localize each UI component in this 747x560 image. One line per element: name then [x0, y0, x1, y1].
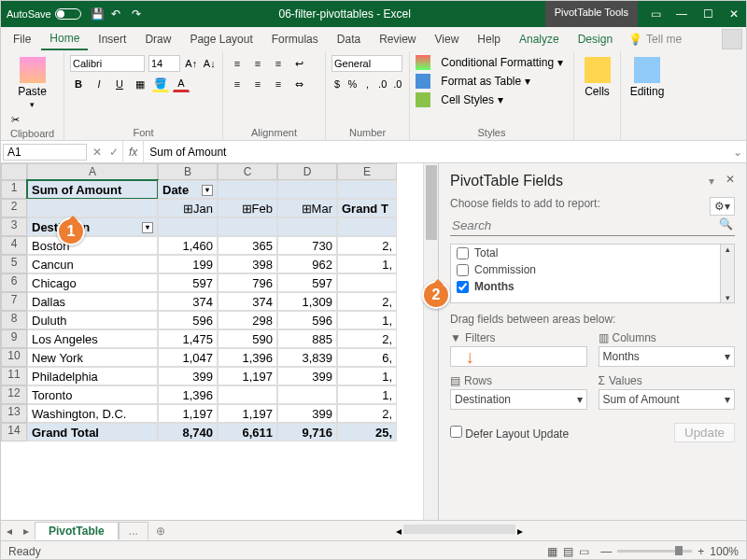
tab-draw[interactable]: Draw	[136, 29, 179, 49]
vertical-scrollbar[interactable]	[423, 163, 438, 520]
values-area-label: ΣValues	[599, 374, 736, 387]
tab-home[interactable]: Home	[41, 28, 88, 50]
zoom-slider[interactable]	[617, 550, 692, 553]
columns-dropzone[interactable]: Months▾	[599, 346, 736, 367]
tell-me[interactable]: 💡Tell me	[628, 33, 682, 46]
field-item-months[interactable]: Months	[451, 278, 734, 295]
name-box[interactable]	[3, 144, 87, 161]
bold-button[interactable]: B	[70, 76, 87, 92]
tab-file[interactable]: File	[5, 29, 39, 49]
decrease-decimal-icon[interactable]: .0	[392, 76, 403, 92]
share-button[interactable]	[722, 29, 742, 49]
pane-gear-icon[interactable]: ⚙▾	[710, 197, 735, 216]
worksheet[interactable]: ABCDE1Sum of AmountDate ▾2⊞Jan⊞Feb⊞MarGr…	[1, 163, 423, 520]
defer-checkbox[interactable]: Defer Layout Update	[450, 426, 569, 441]
update-button[interactable]: Update	[674, 423, 735, 442]
maximize-icon[interactable]: ☐	[701, 7, 714, 21]
cell-styles-button[interactable]: Cell Styles▾	[416, 92, 568, 107]
table-icon	[416, 74, 430, 89]
search-icon: 🔍	[719, 217, 733, 231]
tab-pagelayout[interactable]: Page Layout	[181, 29, 261, 49]
callout-2: 2	[422, 281, 450, 309]
align-top-icon[interactable]: ≡	[229, 55, 246, 72]
field-item-commission[interactable]: Commission	[451, 261, 734, 278]
formula-input[interactable]	[144, 145, 729, 160]
merge-center-icon[interactable]: ⇔	[290, 76, 307, 92]
number-format-combo[interactable]	[331, 55, 402, 72]
tab-nav-next[interactable]: ▸	[18, 525, 35, 538]
view-pagelayout-icon[interactable]: ▤	[563, 545, 573, 558]
view-pagebreak-icon[interactable]: ▭	[579, 545, 589, 558]
filters-area-label: ▼Filters	[450, 331, 587, 344]
paste-button[interactable]: Paste▾	[7, 55, 58, 111]
tab-design[interactable]: Design	[570, 29, 621, 49]
wrap-text-icon[interactable]: ↩	[290, 55, 307, 72]
new-sheet-button[interactable]: ⊕	[148, 523, 173, 539]
tab-view[interactable]: View	[427, 29, 468, 49]
tab-insert[interactable]: Insert	[90, 29, 134, 49]
pane-menu-icon[interactable]: ▾	[709, 175, 714, 188]
conditional-formatting-button[interactable]: Conditional Formatting▾	[416, 55, 568, 70]
zoom-in-button[interactable]: +	[698, 545, 704, 558]
columns-icon: ▥	[599, 331, 609, 344]
comma-icon[interactable]: ,	[361, 76, 373, 92]
undo-icon[interactable]: ↶	[111, 7, 124, 21]
field-list[interactable]: Total Commission Months ▴ ▾	[450, 244, 735, 303]
tab-nav-prev[interactable]: ◂	[1, 525, 18, 538]
fieldlist-scrollbar[interactable]: ▴ ▾	[720, 245, 734, 302]
format-as-table-button[interactable]: Format as Table▾	[416, 74, 568, 89]
tab-review[interactable]: Review	[371, 29, 424, 49]
rows-dropzone[interactable]: Destination▾	[450, 389, 587, 410]
expand-formula-icon[interactable]: ⌄	[729, 146, 746, 159]
align-left-icon[interactable]: ≡	[229, 76, 246, 92]
field-item-total[interactable]: Total	[451, 245, 734, 261]
enter-formula-icon[interactable]: ✓	[106, 146, 122, 159]
fx-button[interactable]: fx	[122, 141, 144, 162]
cancel-formula-icon[interactable]: ✕	[89, 146, 106, 159]
underline-button[interactable]: U	[111, 76, 128, 92]
italic-button[interactable]: I	[91, 76, 107, 92]
align-middle-icon[interactable]: ≡	[249, 55, 266, 72]
redo-icon[interactable]: ↷	[132, 7, 145, 21]
border-button[interactable]: ▦	[132, 76, 148, 92]
sheet-tab-more[interactable]: ...	[119, 522, 148, 539]
view-normal-icon[interactable]: ▦	[547, 545, 557, 558]
font-size-combo[interactable]	[148, 55, 180, 72]
autosave-toggle[interactable]: AutoSave	[7, 8, 81, 20]
editing-button[interactable]: Editing	[627, 55, 668, 100]
currency-icon[interactable]: $	[331, 76, 343, 92]
increase-decimal-icon[interactable]: .0	[377, 76, 388, 92]
align-bottom-icon[interactable]: ≡	[270, 55, 287, 72]
tab-help[interactable]: Help	[469, 29, 509, 49]
cells-button[interactable]: Cells	[580, 55, 614, 100]
group-number-label: Number	[331, 127, 403, 140]
align-right-icon[interactable]: ≡	[270, 76, 287, 92]
save-icon[interactable]: 💾	[91, 7, 104, 21]
font-name-combo[interactable]	[70, 55, 145, 72]
clipboard-icon	[20, 57, 46, 83]
tab-data[interactable]: Data	[329, 29, 369, 49]
zoom-out-button[interactable]: —	[600, 545, 612, 558]
minimize-icon[interactable]: —	[675, 7, 688, 21]
close-icon[interactable]: ✕	[727, 7, 740, 21]
increase-font-icon[interactable]: A↑	[184, 55, 199, 72]
align-center-icon[interactable]: ≡	[249, 76, 266, 92]
group-font-label: Font	[70, 127, 217, 140]
sheet-tab-pivottable[interactable]: PivotTable	[35, 522, 119, 539]
cut-icon[interactable]: ✂	[7, 111, 23, 128]
pane-close-icon[interactable]: ✕	[726, 173, 735, 186]
percent-icon[interactable]: %	[346, 76, 358, 92]
ribbon: Paste▾ ✂ Clipboard A↑ A↓ B I U ▦ 🪣 A Fon…	[1, 51, 746, 141]
pane-title: PivotTable Fields	[450, 173, 735, 189]
ribbon-options-icon[interactable]: ▭	[649, 7, 662, 21]
fill-color-button[interactable]: 🪣	[152, 76, 169, 92]
tab-formulas[interactable]: Formulas	[263, 29, 327, 49]
tab-analyze[interactable]: Analyze	[511, 29, 568, 49]
horizontal-scrollbar[interactable]: ◂▸	[173, 525, 746, 538]
field-search-input[interactable]	[450, 216, 735, 236]
pane-subtitle: Choose fields to add to report:	[450, 197, 735, 210]
font-color-button[interactable]: A	[173, 76, 190, 92]
decrease-font-icon[interactable]: A↓	[203, 55, 218, 72]
columns-area-label: ▥Columns	[599, 331, 736, 344]
values-dropzone[interactable]: Sum of Amount▾	[599, 389, 736, 410]
